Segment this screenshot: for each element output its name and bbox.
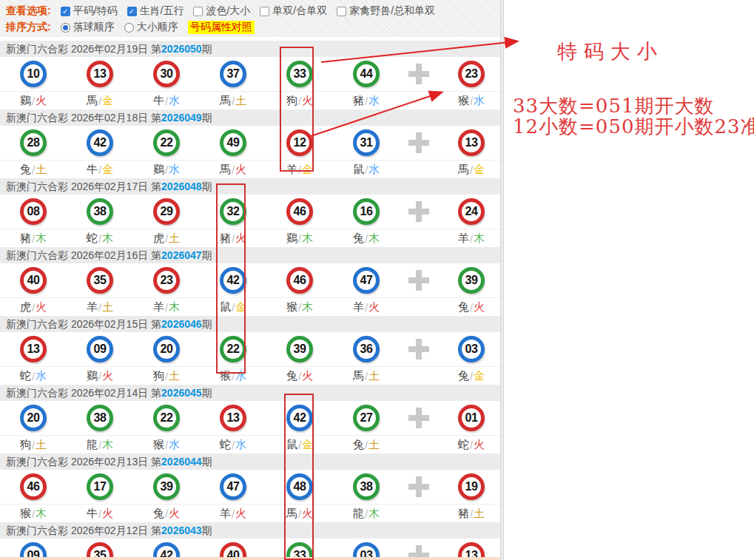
element-text: 水 <box>474 94 485 108</box>
lottery-ball: 47 <box>353 267 380 294</box>
zodiac-element-label: 兔/火 <box>133 507 200 521</box>
checkbox-icon[interactable]: ✓ <box>61 7 70 16</box>
radio-label: 大小顺序 <box>137 21 178 34</box>
checkbox-option-shengxiao-wuxing[interactable]: ✓ 生肖/五行 <box>127 4 184 18</box>
ball-number: 13 <box>465 136 478 149</box>
ball-cell: 17 <box>67 473 133 500</box>
plus-icon <box>408 339 429 360</box>
zodiac-text: 猴 <box>20 507 31 521</box>
checkbox-label: 单双/合单双 <box>272 4 327 18</box>
period-header-suffix: 期 <box>202 249 212 261</box>
element-text: 土 <box>169 232 180 246</box>
number-attribute-compare-link[interactable]: 号码属性对照 <box>188 21 255 34</box>
zodiac-text: 馬 <box>87 94 98 108</box>
period-header: 新澳门六合彩 2026年02月16日 第2026047期 <box>0 247 500 263</box>
checkbox-icon[interactable] <box>337 7 346 16</box>
element-text: 木 <box>474 232 485 246</box>
plus-cell <box>400 132 438 153</box>
zodiac-element-label: 兔/金 <box>438 369 505 383</box>
zodiac-text: 鷄 <box>87 369 98 383</box>
lottery-ball: 49 <box>220 129 246 156</box>
period-header-suffix: 期 <box>202 387 212 399</box>
checkbox-option-danshuang[interactable]: 单双/合单双 <box>260 4 327 18</box>
ball-number: 23 <box>161 274 173 287</box>
ball-cell: 01 <box>438 405 505 431</box>
lottery-ball: 37 <box>220 61 246 87</box>
annotation-box-col4-middle <box>216 183 246 374</box>
zodiac-text: 馬 <box>220 94 231 108</box>
ball-number: 38 <box>94 411 107 425</box>
ball-number: 37 <box>227 67 240 81</box>
ball-number: 20 <box>27 411 40 425</box>
element-text: 火 <box>36 94 47 108</box>
zodiac-element-label: 龍/木 <box>67 438 133 452</box>
element-text: 土 <box>36 438 47 452</box>
zodiac-text: 兔 <box>353 438 364 452</box>
radio-icon[interactable] <box>124 23 134 33</box>
period-issue-number: 2026047 <box>161 249 202 261</box>
radio-option-ball-order[interactable]: 落球顺序 <box>61 21 115 34</box>
checkbox-option-bose-daxiao[interactable]: 波色/大小 <box>193 4 250 18</box>
zodiac-element-label: 兔/木 <box>333 232 400 246</box>
label-row: 豬/木蛇/木虎/土豬/火鷄/木兔/木羊/木 <box>0 229 505 247</box>
zodiac-element-label: 鷄/水 <box>133 163 200 177</box>
ball-number: 35 <box>94 274 107 287</box>
ball-cell: 38 <box>333 473 400 500</box>
sort-options-label: 排序方式: <box>6 21 51 34</box>
checkbox-label: 家禽野兽/总和单双 <box>349 4 435 18</box>
ball-number: 03 <box>465 343 478 356</box>
ball-number: 09 <box>94 343 107 356</box>
radio-icon[interactable] <box>61 23 70 33</box>
period-header-suffix: 期 <box>202 181 212 192</box>
zodiac-element-label: 猴/木 <box>266 300 333 314</box>
plus-cell <box>400 339 438 360</box>
sort-options-row: 排序方式: 落球顺序 大小顺序 号码属性对照 <box>6 19 500 36</box>
checkbox-icon[interactable] <box>193 7 203 16</box>
period-header-text: 新澳门六合彩 2026年02月19日 第 <box>6 43 161 55</box>
ball-cell: 46 <box>266 267 333 294</box>
checkbox-option-jiaqin-yeshou[interactable]: 家禽野兽/总和单双 <box>337 4 435 18</box>
zodiac-text: 鼠 <box>353 163 364 177</box>
zodiac-text: 兔 <box>353 232 364 246</box>
element-text: 水 <box>169 94 180 108</box>
element-text: 木 <box>302 232 313 246</box>
element-text: 火 <box>36 300 47 314</box>
ball-number: 29 <box>161 205 173 218</box>
zodiac-element-label: 鼠/水 <box>333 163 400 177</box>
lottery-ball: 38 <box>353 473 380 500</box>
checkbox-icon[interactable] <box>260 7 269 16</box>
zodiac-text: 虎 <box>153 232 164 246</box>
lottery-ball: 46 <box>20 473 47 500</box>
zodiac-text: 猴 <box>153 438 164 452</box>
lottery-ball: 13 <box>20 336 47 362</box>
annotation-box-special-col-top <box>280 47 314 172</box>
zodiac-element-label: 豬/土 <box>438 507 505 521</box>
zodiac-text: 龍 <box>87 438 98 452</box>
period-header: 新澳门六合彩 2026年02月19日 第2026050期 <box>0 41 500 57</box>
checkbox-label: 平码/特码 <box>73 4 118 18</box>
lottery-ball: 36 <box>353 336 380 362</box>
ball-number: 22 <box>161 136 173 149</box>
checkbox-option-pingma-tema[interactable]: ✓ 平码/特码 <box>61 4 118 18</box>
lottery-ball: 38 <box>87 405 113 431</box>
zodiac-element-label: 虎/火 <box>0 300 67 314</box>
period-header-suffix: 期 <box>202 456 212 468</box>
lottery-ball: 09 <box>87 336 113 362</box>
ball-cell: 24 <box>438 198 505 225</box>
element-text: 金 <box>474 369 485 383</box>
checkbox-icon[interactable]: ✓ <box>127 7 137 16</box>
zodiac-text: 龍 <box>353 507 364 521</box>
period-issue-number: 2026043 <box>161 524 202 536</box>
element-text: 木 <box>368 232 380 246</box>
ball-cell: 42 <box>67 129 133 156</box>
ball-cell: 16 <box>333 198 400 225</box>
element-text: 水 <box>368 163 380 177</box>
plus-cell <box>400 270 438 291</box>
period-issue-number: 2026048 <box>161 181 202 192</box>
radio-option-size-order[interactable]: 大小顺序 <box>124 21 178 34</box>
zodiac-element-label: 馬/金 <box>67 94 133 108</box>
lottery-ball: 13 <box>458 129 485 156</box>
period-header-suffix: 期 <box>202 112 212 124</box>
ball-number: 40 <box>27 274 40 287</box>
zodiac-text: 虎 <box>20 300 31 314</box>
